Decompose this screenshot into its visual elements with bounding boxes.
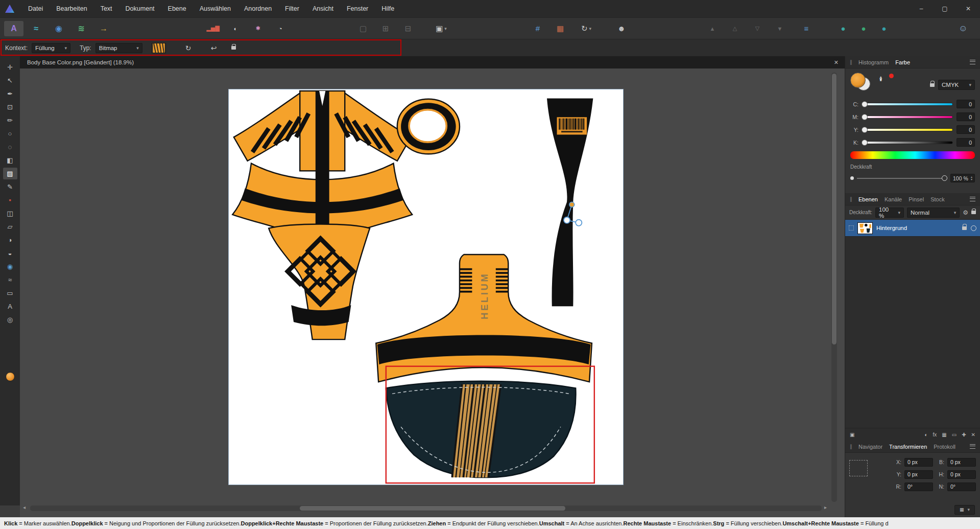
horizontal-scroll-thumb[interactable] — [300, 506, 565, 511]
channel-slider[interactable] — [862, 128, 953, 131]
slider-knob[interactable] — [862, 101, 868, 107]
subtract-selection-icon[interactable]: ⊟ — [398, 21, 418, 36]
menu-item[interactable]: Ebene — [161, 0, 193, 17]
menu-item[interactable]: Filter — [278, 0, 306, 17]
close-document-icon[interactable]: ✕ — [834, 59, 845, 66]
preview-mode-button[interactable]: ▣▾ — [428, 21, 455, 36]
panel-tab[interactable]: Pinsel — [909, 196, 924, 202]
develop-persona-icon[interactable]: ◉ — [49, 21, 68, 36]
lock-icon[interactable] — [971, 211, 976, 214]
color-mode-select[interactable]: CMYK▾ — [938, 80, 975, 90]
eyedropper-icon[interactable]: ✒ — [877, 76, 885, 82]
vertical-scroll-thumb[interactable] — [832, 74, 836, 344]
pixel-brush-tool[interactable]: ▪ — [3, 194, 17, 206]
transform-field-input[interactable]: 0 px — [904, 470, 933, 479]
gradient-end-handle[interactable] — [576, 220, 582, 226]
maximize-button[interactable]: ▢ — [933, 0, 957, 17]
channel-value-field[interactable]: 0 — [957, 100, 975, 108]
account-icon[interactable]: ☺ — [953, 21, 973, 36]
effects-icon[interactable]: fx — [933, 432, 937, 438]
eraser-tool[interactable]: ▱ — [3, 221, 17, 233]
panel-tab[interactable]: Protokoll — [934, 444, 955, 450]
opacity-slider[interactable] — [857, 178, 947, 179]
horizontal-scrollbar[interactable] — [30, 505, 822, 511]
gradient-tool[interactable]: ▨ — [3, 168, 17, 179]
slider-knob[interactable] — [862, 127, 868, 133]
layer-thumbnail[interactable] — [857, 222, 873, 234]
to-back-icon[interactable]: ▼ — [770, 21, 790, 36]
zoom-tool[interactable]: ◎ — [3, 314, 17, 326]
text-tool[interactable]: A — [3, 301, 17, 312]
blend-mode-select[interactable]: Normal▾ — [907, 208, 960, 218]
layer-select-icon[interactable] — [849, 225, 854, 231]
menu-item[interactable]: Ansicht — [306, 0, 340, 17]
context-select[interactable]: Füllung▾ — [32, 43, 70, 53]
lock-aspect-icon[interactable] — [231, 46, 236, 50]
slider-knob[interactable] — [862, 114, 868, 120]
rotation-icon[interactable]: ↻▾ — [573, 21, 600, 36]
channel-value-field[interactable]: 0 — [957, 125, 975, 134]
group-icon[interactable]: ▭ — [952, 432, 957, 438]
artboard[interactable]: HELIUM — [229, 89, 623, 485]
mask-icon[interactable]: ▦ — [942, 432, 946, 438]
panel-menu-icon[interactable] — [970, 444, 975, 449]
panel-menu-icon[interactable] — [970, 197, 975, 201]
transform-field-input[interactable]: 0 px — [947, 458, 976, 467]
panel-grip[interactable]: ∥ — [850, 444, 852, 449]
gradient-midpoint-handle[interactable] — [569, 202, 575, 207]
auto-colors-icon[interactable]: ✱ — [248, 21, 268, 36]
foreground-color-swatch[interactable] — [6, 372, 15, 381]
duplicate-icon[interactable]: ▣ — [850, 432, 854, 438]
transform-field-input[interactable]: 0° — [947, 482, 976, 491]
lock-icon[interactable] — [930, 83, 935, 87]
menu-item[interactable]: Bearbeiten — [50, 0, 93, 17]
forward-icon[interactable]: △ — [725, 21, 745, 36]
layer-opacity-select[interactable]: 100 %▾ — [875, 208, 904, 218]
auto-white-balance-icon[interactable]: ◔ — [271, 21, 290, 36]
to-front-icon[interactable]: ▲ — [703, 21, 722, 36]
foreground-color-swatch[interactable] — [850, 73, 866, 88]
panel-grip[interactable]: ∥ — [850, 196, 852, 202]
anchor-point-button[interactable]: ▦▾ — [954, 505, 975, 515]
slider-knob[interactable] — [862, 140, 868, 146]
document-tab[interactable]: Body Base Color.png [Geändert] (18.9%) — [20, 59, 134, 65]
pixel-alignment-icon[interactable]: ▦ — [551, 21, 570, 36]
panel-tab[interactable]: Farbe — [895, 59, 910, 65]
auto-contrast-icon[interactable]: ◐ — [226, 21, 245, 36]
delete-layer-icon[interactable]: ✕ — [971, 432, 975, 438]
menu-item[interactable]: Hilfe — [375, 0, 401, 17]
layer-visibility-toggle[interactable] — [971, 225, 976, 231]
transform-field-input[interactable]: 0° — [904, 482, 933, 491]
canvas-viewport[interactable]: HELIUM — [20, 68, 845, 517]
type-select[interactable]: Bitmap▾ — [95, 43, 142, 53]
shape-tool[interactable]: ▭ — [3, 287, 17, 299]
move-tool[interactable]: ↖ — [3, 75, 17, 86]
lasso-tool[interactable]: ◌ — [3, 141, 17, 153]
rotate-fill-icon[interactable]: ↻ — [182, 44, 195, 52]
liquify-persona-icon[interactable]: ≈ — [27, 21, 46, 36]
channel-value-field[interactable]: 0 — [957, 138, 975, 147]
color-picker-tool[interactable]: ✒ — [3, 88, 17, 100]
scroll-right-icon[interactable]: ▸ — [824, 504, 827, 510]
panel-tab[interactable]: Histogramm — [858, 59, 889, 65]
new-selection-icon[interactable]: ▢ — [353, 21, 373, 36]
opacity-value-field[interactable]: 100 % ▴▾ — [950, 174, 975, 182]
menu-item[interactable]: Fenster — [340, 0, 375, 17]
channel-slider[interactable] — [862, 141, 953, 144]
flip-fill-icon[interactable]: ↩ — [208, 44, 220, 52]
panel-tab[interactable]: Navigator — [858, 444, 882, 450]
gradient-start-handle[interactable] — [564, 217, 570, 223]
flood-select-tool[interactable]: ○ — [3, 128, 17, 140]
blur-tool[interactable]: ◉ — [3, 261, 17, 272]
snapping-icon[interactable]: # — [528, 21, 547, 36]
close-button[interactable]: ✕ — [957, 0, 980, 17]
color-sphere-3-icon[interactable]: ● — [875, 21, 893, 36]
gear-icon[interactable]: ⚙ — [963, 209, 968, 216]
panel-grip[interactable]: ∥ — [850, 59, 852, 65]
scroll-left-icon[interactable]: ◂ — [23, 504, 26, 510]
minimize-button[interactable]: – — [910, 0, 933, 17]
color-sphere-1-icon[interactable]: ● — [834, 21, 852, 36]
crop-tool[interactable]: ⊡ — [3, 101, 17, 113]
channel-slider[interactable] — [862, 103, 953, 106]
panel-tab[interactable]: Transformieren — [889, 444, 927, 450]
